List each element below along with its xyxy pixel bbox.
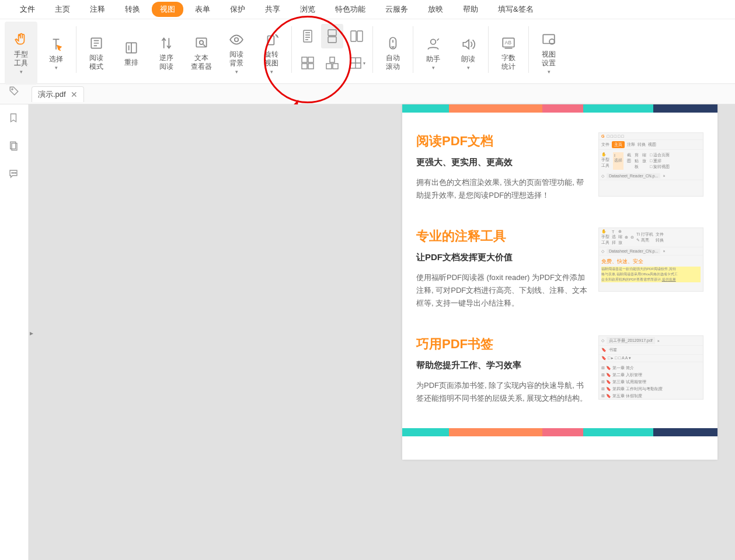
chevron-down-icon: ▾ (548, 69, 551, 75)
layout-continuous-facing[interactable] (297, 51, 319, 75)
menu-放映[interactable]: 放映 (420, 2, 451, 17)
panel-expand-icon[interactable]: ▸ (30, 329, 33, 337)
word-count-icon: AB (500, 35, 517, 51)
reverse-icon (158, 35, 175, 51)
svg-point-30 (13, 173, 15, 174)
page-section-0: 阅读PDF文档更强大、更实用、更高效拥有出色的文档渲染效果, 强大的页面管理功能… (402, 113, 717, 208)
speak-button[interactable]: 朗读 ▾ (452, 22, 485, 85)
section-title: 阅读PDF文档 (416, 132, 588, 150)
section-thumbnail: ◇员工手册_20120917.pdf×🔖书签🔖 □ ▸ □ □ A A ▾⊞ 🔖… (598, 335, 703, 400)
svg-text:AB: AB (505, 40, 512, 46)
svg-rect-13 (302, 64, 307, 69)
chevron-down-icon: ▾ (270, 69, 273, 75)
section-subtitle: 帮助您提升工作、学习效率 (416, 360, 588, 371)
reverse-read-button[interactable]: 逆序阅读 (150, 22, 183, 85)
view-settings-icon (541, 32, 557, 48)
tag-icon[interactable] (9, 86, 19, 96)
page-footer-stripes (402, 428, 717, 436)
section-thumbnail: ✋手型工具T选择⊕缩放⊕⊖TI 打字机✎ 高亮文件转换◇Datasheet_Re… (598, 228, 703, 292)
work-area: ▸ 阅读PDF文档更强大、更实用、更高效拥有出色的文档渲染效果, 强大的页面管理… (0, 104, 735, 560)
left-sidebar (0, 104, 29, 560)
rotate-view-button[interactable]: 旋转视图 ▾ (255, 22, 288, 85)
page-header-stripes (402, 104, 717, 113)
speaker-icon (460, 36, 476, 52)
section-subtitle: 让PDF文档发挥更大价值 (416, 252, 588, 263)
layout-facing[interactable] (346, 24, 368, 48)
menu-填写&签名[interactable]: 填写&签名 (490, 2, 542, 17)
read-mode-button[interactable]: 阅读模式 (80, 22, 113, 85)
chevron-down-icon: ▾ (235, 69, 238, 75)
hand-tool-button[interactable]: 手型工具 ▾ (5, 22, 37, 85)
svg-rect-14 (308, 64, 313, 69)
menu-转换[interactable]: 转换 (117, 2, 148, 17)
comment-icon[interactable] (8, 169, 20, 180)
svg-rect-6 (304, 30, 312, 42)
reflow-button[interactable]: 重排 (115, 22, 148, 85)
section-title: 巧用PDF书签 (416, 335, 588, 353)
tab-bar: 演示.pdf ✕ (0, 84, 735, 104)
eye-icon (228, 32, 245, 48)
menu-文件[interactable]: 文件 (12, 2, 43, 17)
svg-rect-12 (308, 57, 313, 62)
svg-point-3 (200, 41, 204, 45)
pdf-page: 阅读PDF文档更强大、更实用、更高效拥有出色的文档渲染效果, 强大的页面管理功能… (402, 104, 717, 460)
section-body: 拥有出色的文档渲染效果, 强大的页面管理功能, 帮助提升效率, 是您阅读PDF的… (416, 176, 588, 202)
svg-rect-8 (328, 37, 336, 43)
svg-rect-17 (333, 64, 338, 69)
menu-云服务[interactable]: 云服务 (377, 2, 416, 17)
assistant-button[interactable]: 助手 ▾ (417, 22, 450, 85)
bookmark-icon[interactable] (8, 113, 20, 124)
word-count-button[interactable]: AB 字数统计 (492, 22, 525, 85)
close-icon[interactable]: ✕ (71, 90, 78, 99)
document-tab[interactable]: 演示.pdf ✕ (32, 86, 84, 102)
section-thumbnail: G □ □ □ □ □文件主页注释转换视图✋手型工具I选择截图剪贴板缩放□ 适合… (598, 132, 703, 197)
auto-scroll-button[interactable]: 自动滚动 (377, 22, 409, 85)
read-bg-button[interactable]: 阅读背景 ▾ (220, 22, 253, 85)
svg-point-26 (12, 89, 13, 90)
svg-rect-7 (328, 30, 336, 36)
svg-point-29 (12, 173, 13, 174)
menu-帮助[interactable]: 帮助 (455, 2, 486, 17)
assistant-icon (425, 36, 441, 52)
chevron-down-icon: ▾ (20, 69, 23, 75)
svg-rect-11 (302, 57, 307, 62)
menu-浏览[interactable]: 浏览 (292, 2, 323, 17)
ribbon: 手型工具 ▾ 选择 ▾ 阅读模式 重排 逆序阅读 文本查看器 阅读背景 ▾ 旋转… (0, 19, 735, 84)
page-section-2: 巧用PDF书签帮助您提升工作、学习效率为PDF页面添加书签, 除了实现内容的快速… (402, 316, 717, 411)
menu-视图[interactable]: 视图 (152, 2, 183, 17)
label: 手型 (14, 50, 28, 58)
pages-icon[interactable] (8, 141, 20, 152)
layout-single-page[interactable] (297, 24, 319, 48)
select-button[interactable]: 选择 ▾ (40, 22, 72, 85)
svg-point-20 (431, 39, 436, 44)
menu-表单[interactable]: 表单 (187, 2, 218, 17)
svg-point-4 (235, 38, 239, 42)
section-body: 使用福昕PDF阅读器 (foxit reader) 为PDF文件添加注释, 可对… (416, 271, 588, 310)
auto-scroll-icon (385, 35, 401, 51)
section-body: 为PDF页面添加书签, 除了实现内容的快速导航, 书签还能指明不同书签的层级关系… (416, 379, 588, 405)
svg-rect-10 (357, 31, 363, 41)
document-canvas[interactable]: ▸ 阅读PDF文档更强大、更实用、更高效拥有出色的文档渲染效果, 强大的页面管理… (29, 104, 735, 560)
section-subtitle: 更强大、更实用、更高效 (416, 157, 588, 168)
svg-rect-16 (326, 64, 332, 69)
menubar: 文件主页注释转换视图表单保护共享浏览特色功能云服务放映帮助填写&签名 (0, 0, 735, 19)
menu-特色功能[interactable]: 特色功能 (327, 2, 374, 17)
text-viewer-icon (193, 35, 210, 51)
layout-split-view[interactable]: ▾ (346, 51, 368, 75)
menu-主页[interactable]: 主页 (47, 2, 78, 17)
tab-title: 演示.pdf (38, 89, 66, 100)
reflow-icon (123, 40, 140, 56)
view-settings-button[interactable]: 视图设置 ▾ (532, 22, 565, 85)
read-mode-icon (88, 35, 104, 51)
menu-注释[interactable]: 注释 (82, 2, 113, 17)
menu-共享[interactable]: 共享 (257, 2, 288, 17)
page-section-1: 专业的注释工具让PDF文档发挥更大价值使用福昕PDF阅读器 (foxit rea… (402, 208, 717, 316)
menu-保护[interactable]: 保护 (222, 2, 253, 17)
chevron-down-icon: ▾ (467, 65, 470, 71)
hand-icon (13, 32, 29, 48)
svg-rect-5 (268, 36, 274, 45)
layout-continuous[interactable] (321, 24, 343, 48)
layout-cover-facing[interactable] (321, 51, 343, 75)
rotate-icon (263, 32, 280, 48)
text-viewer-button[interactable]: 文本查看器 (185, 22, 218, 85)
